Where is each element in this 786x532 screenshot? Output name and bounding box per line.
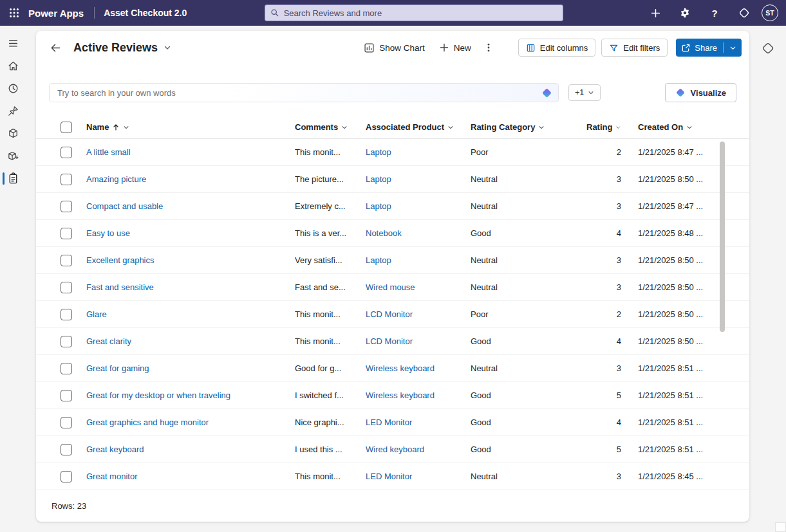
main-content-card: Active Reviews Show Chart New Edit colum… — [36, 31, 749, 522]
sidebar-item-pinned[interactable] — [0, 100, 26, 122]
edit-filters-button[interactable]: Edit filters — [601, 39, 668, 57]
table-row[interactable]: A little small This monit... Laptop Poor… — [36, 139, 749, 166]
settings-button[interactable] — [670, 0, 700, 26]
nav-menu-toggle[interactable] — [0, 32, 26, 55]
column-header-comments[interactable]: Comments — [295, 122, 366, 132]
associated-product-link[interactable]: LCD Monitor — [366, 309, 413, 319]
table-row[interactable]: Great graphics and huge monitor Nice gra… — [36, 409, 749, 436]
associated-product-link[interactable]: Laptop — [366, 201, 391, 211]
row-checkbox[interactable] — [61, 471, 72, 482]
help-button[interactable]: ? — [700, 0, 729, 26]
edit-columns-button[interactable]: Edit columns — [518, 39, 595, 57]
select-all-checkbox[interactable] — [61, 122, 72, 133]
global-search-box[interactable] — [265, 5, 563, 21]
copilot-header-button[interactable] — [729, 0, 759, 26]
table-row[interactable]: Great clarity This monit... LCD Monitor … — [36, 328, 749, 355]
chevron-down-icon — [686, 124, 693, 131]
record-name-link[interactable]: Great for my desktop or when traveling — [86, 390, 230, 400]
associated-product-link[interactable]: Laptop — [366, 174, 391, 184]
row-checkbox[interactable] — [61, 363, 72, 374]
associated-product-link[interactable]: Wireless keyboard — [366, 363, 435, 373]
associated-product-link[interactable]: Wireless keyboard — [366, 390, 435, 400]
record-name-link[interactable]: A little small — [86, 147, 131, 157]
app-name: Asset Checkout 2.0 — [104, 8, 187, 18]
created-on-cell: 1/21/2025 8:47 ... — [638, 201, 717, 211]
row-checkbox[interactable] — [61, 228, 72, 239]
sidebar-item-reviews[interactable] — [0, 167, 26, 190]
associated-product-link[interactable]: Laptop — [366, 147, 391, 157]
new-record-button[interactable]: New — [432, 37, 478, 58]
sidebar-item-package[interactable] — [0, 145, 26, 167]
table-row[interactable]: Great keyboard I used this ... Wired key… — [36, 436, 749, 463]
account-avatar[interactable]: ST — [762, 5, 778, 21]
record-name-link[interactable]: Great graphics and huge monitor — [86, 417, 209, 427]
sidebar-item-cube[interactable] — [0, 122, 26, 145]
record-name-link[interactable]: Easy to use — [86, 228, 130, 238]
column-header-created-on[interactable]: Created On — [638, 122, 717, 132]
vertical-scrollbar-thumb[interactable] — [720, 142, 725, 332]
more-commands-button[interactable] — [478, 37, 499, 58]
row-checkbox[interactable] — [61, 336, 72, 347]
table-row[interactable]: Amazing picture The picture... Laptop Ne… — [36, 166, 749, 193]
brand-title[interactable]: Power Apps — [28, 8, 84, 19]
copilot-icon — [675, 87, 686, 98]
table-row[interactable]: Great for my desktop or when traveling I… — [36, 382, 749, 409]
record-count-chip[interactable]: +1 — [568, 84, 601, 101]
record-name-link[interactable]: Excellent graphics — [86, 255, 154, 265]
column-header-rating[interactable]: Rating — [586, 122, 638, 132]
record-name-link[interactable]: Great monitor — [86, 472, 137, 481]
associated-product-link[interactable]: Laptop — [366, 255, 391, 265]
app-launcher-button[interactable] — [0, 0, 28, 26]
sidebar-item-home[interactable] — [0, 55, 26, 77]
table-row[interactable]: Easy to use This is a ver... Notebook Go… — [36, 220, 749, 247]
show-chart-button[interactable]: Show Chart — [357, 37, 432, 58]
add-button[interactable] — [641, 0, 670, 26]
comments-cell: This monit... — [295, 472, 366, 481]
row-checkbox[interactable] — [61, 444, 72, 455]
row-checkbox[interactable] — [61, 417, 72, 428]
associated-product-link[interactable]: Wired keyboard — [366, 445, 424, 454]
row-checkbox[interactable] — [61, 255, 72, 266]
row-checkbox[interactable] — [61, 282, 72, 293]
copilot-panel-toggle[interactable] — [757, 37, 779, 59]
pin-icon — [7, 105, 19, 117]
table-row[interactable]: Compact and usable Extremely c... Laptop… — [36, 193, 749, 220]
table-row[interactable]: Great monitor This monit... LED Monitor … — [36, 463, 749, 490]
associated-product-link[interactable]: LCD Monitor — [366, 336, 413, 346]
column-header-rating-category[interactable]: Rating Category — [471, 122, 586, 132]
visualize-button[interactable]: Visualize — [665, 83, 736, 102]
column-header-associated-product[interactable]: Associated Product — [366, 122, 471, 132]
copilot-search-input[interactable] — [50, 88, 558, 98]
table-row[interactable]: Fast and sensitive Fast and se... Wired … — [36, 274, 749, 301]
row-checkbox[interactable] — [61, 147, 72, 158]
record-name-link[interactable]: Great for gaming — [86, 363, 149, 373]
associated-product-link[interactable]: LED Monitor — [366, 417, 412, 427]
chevron-down-icon — [588, 89, 594, 96]
recent-clock-icon — [7, 82, 19, 95]
record-name-link[interactable]: Fast and sensitive — [86, 282, 154, 292]
record-name-link[interactable]: Great clarity — [86, 336, 131, 346]
global-search-input[interactable] — [284, 8, 557, 18]
row-checkbox[interactable] — [61, 201, 72, 212]
row-checkbox[interactable] — [61, 309, 72, 320]
sidebar-item-recent[interactable] — [0, 77, 26, 100]
share-button[interactable]: Share — [676, 39, 742, 57]
sort-ascending-icon — [112, 124, 120, 131]
row-checkbox[interactable] — [61, 390, 72, 401]
associated-product-link[interactable]: LED Monitor — [366, 472, 412, 481]
record-name-link[interactable]: Glare — [86, 309, 107, 319]
clipboard-icon — [7, 172, 19, 185]
copilot-search-box[interactable] — [49, 83, 559, 102]
record-name-link[interactable]: Great keyboard — [86, 445, 144, 454]
table-row[interactable]: Excellent graphics Very satisfi... Lapto… — [36, 247, 749, 274]
associated-product-link[interactable]: Wired mouse — [366, 282, 415, 292]
associated-product-link[interactable]: Notebook — [366, 228, 402, 238]
column-header-name[interactable]: Name — [86, 122, 295, 132]
record-name-link[interactable]: Compact and usable — [86, 201, 163, 211]
row-checkbox[interactable] — [61, 174, 72, 185]
view-selector[interactable]: Active Reviews — [73, 41, 171, 55]
back-button[interactable] — [45, 37, 66, 58]
table-row[interactable]: Glare This monit... LCD Monitor Poor 2 1… — [36, 301, 749, 328]
table-row[interactable]: Great for gaming Good for g... Wireless … — [36, 355, 749, 382]
record-name-link[interactable]: Amazing picture — [86, 174, 146, 184]
